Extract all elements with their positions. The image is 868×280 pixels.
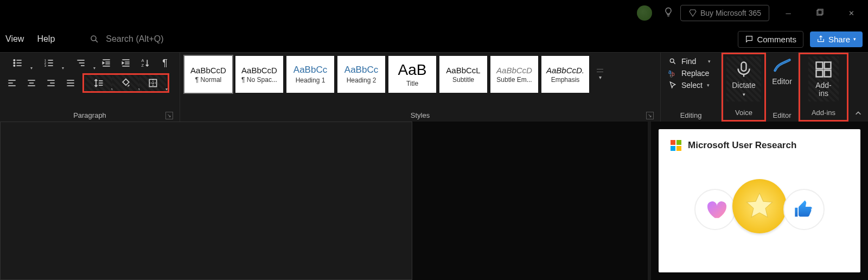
cursor-icon — [668, 81, 677, 90]
style-preview: AaBbCcL — [446, 66, 480, 75]
replace-label: Replace — [681, 69, 709, 78]
ribbon: ▾ 123 ▾ ▾ AZ — [0, 52, 868, 122]
style-name: Emphasis — [551, 76, 580, 84]
search-placeholder: Search (Alt+Q) — [106, 34, 163, 44]
svg-line-3 — [95, 40, 98, 42]
styles-group-label: Styles — [411, 111, 430, 119]
style-preview: AaBbCc — [293, 65, 327, 75]
window-minimize-button[interactable]: ─ — [776, 9, 801, 17]
shading-button[interactable]: ▾ — [112, 75, 139, 91]
decrease-indent-button[interactable] — [99, 56, 114, 70]
menu-bar: View Help Search (Alt+Q) Comments Share … — [0, 26, 868, 52]
dictate-label: Dictate — [732, 81, 756, 90]
svg-rect-50 — [816, 62, 823, 69]
style-subtitle[interactable]: AaBbCcLSubtitle — [439, 56, 487, 93]
svg-rect-53 — [825, 71, 831, 77]
svg-point-8 — [14, 65, 15, 67]
svg-point-6 — [14, 62, 15, 64]
style-preview: AaBbCcD — [496, 66, 532, 75]
star-coin-icon — [732, 179, 787, 233]
styles-dialog-launcher[interactable]: ↘ — [646, 112, 654, 119]
find-button[interactable]: Find ▾ — [668, 57, 713, 66]
editor-button[interactable]: Editor — [772, 56, 792, 86]
editor-group: Editor Editor — [766, 53, 799, 122]
tell-me-search[interactable]: Search (Alt+Q) — [90, 34, 163, 44]
style-name: ¶ Normal — [195, 76, 221, 84]
collapse-ribbon-button[interactable] — [848, 53, 868, 122]
paragraph-group-label: Paragraph — [73, 111, 106, 119]
addins-group-label: Add-ins — [812, 109, 835, 117]
sort-button[interactable]: AZ — [138, 56, 153, 70]
svg-point-4 — [14, 60, 15, 61]
paragraph-group: ▾ 123 ▾ ▾ AZ — [0, 53, 180, 122]
borders-button[interactable]: ▾ — [139, 75, 167, 91]
numbering-button[interactable]: 123 ▾ — [36, 56, 63, 70]
bullets-button[interactable]: ▾ — [4, 56, 31, 70]
menu-view[interactable]: View — [5, 34, 24, 44]
addins-group: Add-ins Add-ins — [799, 53, 848, 122]
buy-microsoft-365-button[interactable]: Buy Microsoft 365 — [680, 5, 769, 21]
style-title[interactable]: AaBTitle — [388, 56, 436, 93]
style-subtle-em-[interactable]: AaBbCcDSubtle Em... — [490, 56, 538, 93]
svg-point-2 — [91, 36, 96, 41]
document-canvas[interactable] — [0, 122, 648, 280]
heart-coin-icon — [694, 189, 736, 230]
paragraph-dialog-launcher[interactable]: ↘ — [165, 112, 173, 119]
lightbulb-icon[interactable] — [663, 7, 674, 20]
replace-icon: a b ↻ — [668, 69, 677, 78]
style-name: ¶ No Spac... — [241, 76, 277, 84]
highlighted-paragraph-buttons: ▾ ▾ ▾ — [82, 73, 169, 93]
page[interactable] — [0, 122, 412, 280]
window-maximize-button[interactable] — [807, 9, 832, 17]
select-label: Select — [681, 81, 703, 90]
style-heading-1[interactable]: AaBbCcHeading 1 — [286, 56, 334, 93]
justify-button[interactable] — [63, 76, 78, 90]
style-emphasis[interactable]: AaBbCcD.Emphasis — [541, 56, 589, 93]
style--no-spac-[interactable]: AaBbCcD¶ No Spac... — [235, 56, 283, 93]
dictate-button[interactable]: Dictate▾ — [726, 56, 761, 101]
voice-group-label: Voice — [735, 109, 752, 117]
increase-indent-button[interactable] — [118, 56, 133, 70]
replace-button[interactable]: a b ↻ Replace — [668, 69, 713, 78]
style-name: Subtitle — [452, 76, 474, 84]
window-close-button[interactable]: ✕ — [839, 9, 864, 17]
menu-help[interactable]: Help — [37, 34, 55, 44]
comments-label: Comments — [757, 35, 796, 44]
chevron-up-icon — [854, 110, 862, 117]
research-card: Microsoft User Research — [659, 129, 860, 272]
multilevel-list-button[interactable]: ▾ — [67, 56, 94, 70]
research-pane-title: Microsoft User Research — [688, 140, 796, 151]
title-bar: Buy Microsoft 365 ─ ✕ — [0, 0, 868, 26]
select-button[interactable]: Select ▾ — [668, 81, 713, 90]
style-heading-2[interactable]: AaBbCcHeading 2 — [337, 56, 385, 93]
share-label: Share — [828, 35, 850, 44]
align-right-button[interactable] — [43, 76, 59, 90]
style-name: Heading 2 — [347, 77, 376, 84]
voice-group: Dictate▾ Voice — [722, 53, 766, 122]
thumb-coin-icon — [783, 189, 825, 230]
show-hide-marks-button[interactable]: ¶ — [157, 56, 173, 70]
diamond-icon — [688, 9, 697, 17]
account-avatar[interactable] — [637, 5, 652, 21]
addins-button[interactable]: Add-ins — [808, 56, 839, 101]
styles-gallery-expand[interactable]: ▾ — [595, 56, 605, 93]
find-label: Find — [681, 57, 696, 66]
line-spacing-button[interactable]: ▾ — [85, 75, 112, 91]
align-left-button[interactable] — [4, 76, 20, 90]
comment-icon — [745, 35, 754, 43]
style-name: Heading 1 — [296, 77, 326, 84]
svg-rect-52 — [816, 71, 823, 77]
share-button[interactable]: Share ▾ — [810, 31, 863, 47]
align-center-button[interactable] — [24, 76, 39, 90]
microsoft-logo-icon — [671, 140, 681, 151]
find-icon — [668, 57, 677, 66]
style-preview: AaBbCcD. — [546, 66, 584, 75]
microphone-icon — [734, 60, 754, 79]
style-preview: AaBbCcD — [190, 66, 226, 75]
style-name: Title — [406, 80, 418, 87]
style-preview: AaB — [398, 61, 427, 79]
style--normal[interactable]: AaBbCcD¶ Normal — [184, 56, 232, 93]
editing-group: Find ▾ a b ↻ Replace Select ▾ Editing — [661, 53, 722, 122]
comments-button[interactable]: Comments — [738, 31, 803, 48]
grid-icon — [814, 60, 833, 79]
